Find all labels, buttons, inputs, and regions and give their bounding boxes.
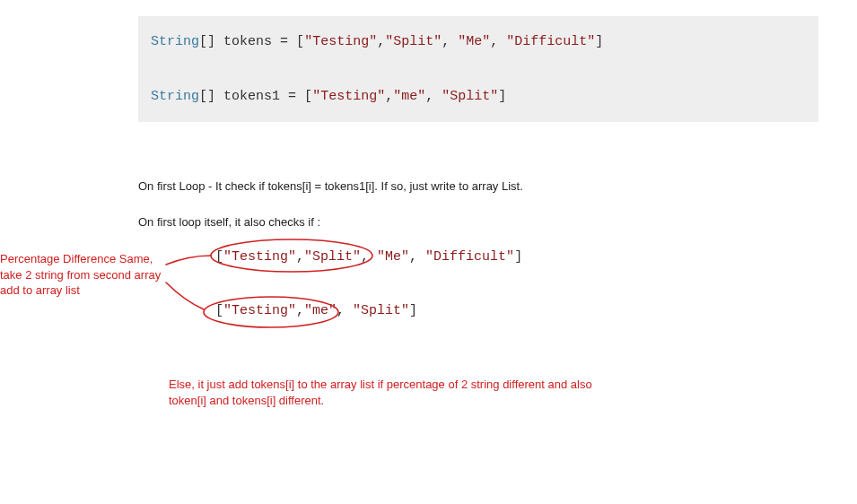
string-literal: "me" — [393, 89, 425, 104]
explain-first-loop: On first Loop - It check if tokens[i] = … — [138, 179, 523, 193]
bracket-open: [ — [215, 249, 223, 265]
note-else-branch: Else, it just add tokens[i] to the array… — [169, 377, 617, 408]
code-line-tokens: String[] tokens = ["Testing","Split", "M… — [151, 32, 806, 51]
string-literal: "Testing" — [312, 89, 385, 104]
code-block-declarations: String[] tokens = ["Testing","Split", "M… — [138, 16, 818, 122]
bracket-close: ] — [595, 34, 603, 49]
comma: , — [337, 303, 353, 318]
var-tokens1: tokens1 — [223, 89, 280, 104]
comma: , — [296, 303, 304, 318]
note-percentage-same: Percentage Difference Same, take 2 strin… — [0, 251, 171, 299]
string-literal: "Split" — [442, 89, 498, 104]
explain-also-checks: On first loop itself, it also checks if … — [138, 215, 320, 229]
bracket-open: [ — [304, 89, 312, 104]
equals-sign: = — [280, 34, 288, 49]
array-example-2: ["Testing","me", "Split"] — [206, 296, 529, 326]
bracket-close: ] — [514, 249, 522, 265]
string-literal: "Difficult" — [506, 34, 595, 49]
equals-sign: = — [288, 89, 296, 104]
string-literal: "Split" — [304, 249, 361, 265]
comma: , — [442, 34, 458, 49]
brackets: [] — [199, 89, 215, 104]
keyword-string: String — [151, 89, 199, 104]
comma: , — [425, 89, 442, 104]
var-tokens: tokens — [223, 34, 272, 49]
array-example-1: ["Testing","Split", "Me", "Difficult"] — [206, 242, 601, 272]
bracket-close: ] — [409, 303, 417, 318]
string-literal: "Testing" — [223, 249, 296, 265]
string-literal: "Me" — [377, 249, 409, 265]
comma: , — [409, 249, 425, 265]
code-line-tokens1: String[] tokens1 = ["Testing","me", "Spl… — [151, 87, 806, 106]
comma: , — [377, 34, 385, 49]
string-literal: "Split" — [353, 303, 409, 318]
string-literal: "Difficult" — [425, 249, 514, 265]
comma: , — [296, 249, 304, 265]
bracket-open: [ — [215, 303, 223, 318]
comma: , — [385, 89, 393, 104]
string-literal: "Me" — [458, 34, 490, 49]
comma: , — [490, 34, 506, 49]
string-literal: "Split" — [385, 34, 442, 49]
comma: , — [361, 249, 377, 265]
bracket-close: ] — [498, 89, 506, 104]
keyword-string: String — [151, 34, 199, 49]
string-literal: "me" — [304, 303, 337, 318]
brackets: [] — [199, 34, 215, 49]
string-literal: "Testing" — [223, 303, 296, 318]
string-literal: "Testing" — [304, 34, 377, 49]
bracket-open: [ — [296, 34, 304, 49]
